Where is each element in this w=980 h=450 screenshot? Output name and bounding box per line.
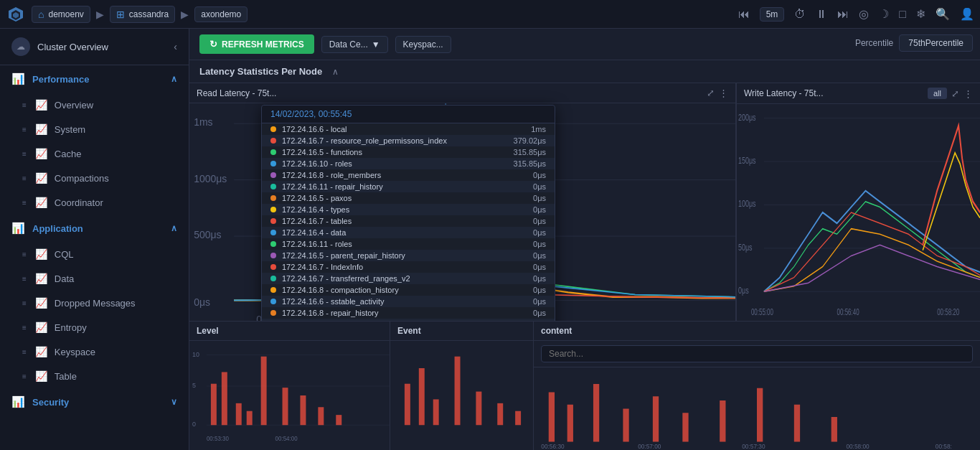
chart-icon: 📈 bbox=[35, 273, 47, 284]
tooltip-value: 0μs bbox=[503, 274, 546, 283]
tooltip-label: 172.24.16.8 - repair_history bbox=[282, 309, 497, 317]
svg-rect-47 bbox=[455, 357, 461, 426]
overview-label: Overview bbox=[55, 100, 93, 111]
sidebar-item-system[interactable]: ≡ 📈 System bbox=[0, 117, 189, 141]
chart-icon: 📈 bbox=[35, 148, 47, 159]
rewind-icon[interactable]: ⏮ bbox=[738, 8, 750, 21]
monitor-icon[interactable]: □ bbox=[899, 8, 906, 21]
chart-icon: 📈 bbox=[35, 99, 47, 111]
percentile-value[interactable]: 75thPercentile bbox=[899, 34, 973, 52]
refresh-label: REFRESH METRICS bbox=[222, 39, 304, 50]
application-section-header[interactable]: 📊 Application ∧ bbox=[0, 215, 189, 242]
read-chart-header: Read Latency - 75t... ⤢ ⋮ bbox=[189, 83, 735, 103]
lines-icon: ≡ bbox=[22, 199, 27, 207]
svg-rect-49 bbox=[497, 403, 503, 425]
svg-text:00:55:00: 00:55:00 bbox=[751, 308, 773, 317]
tooltip-row: 172.24.16.10 - roles315.85μs bbox=[262, 158, 555, 169]
svg-rect-46 bbox=[433, 399, 439, 425]
svg-rect-60 bbox=[831, 417, 837, 442]
tooltip-row: 172.24.16.5 - functions315.85μs bbox=[262, 146, 555, 158]
tooltip-value: 0μs bbox=[503, 228, 546, 237]
tooltip-dot bbox=[270, 138, 276, 144]
time-badge[interactable]: 5m bbox=[760, 7, 785, 22]
axondemo-tag[interactable]: axondemo bbox=[194, 6, 248, 22]
performance-section-header[interactable]: 📊 Performance ∧ bbox=[0, 65, 189, 93]
search-icon[interactable]: 🔍 bbox=[936, 7, 950, 21]
svg-rect-33 bbox=[211, 384, 217, 426]
tooltip-dot bbox=[270, 207, 276, 212]
all-button[interactable]: all bbox=[928, 88, 947, 99]
security-label: Security bbox=[32, 397, 69, 408]
tooltip-value: 0μs bbox=[503, 205, 546, 214]
security-section-header[interactable]: 📊 Security ∨ bbox=[0, 388, 189, 416]
data-center-selector[interactable]: Data Ce... ▼ bbox=[321, 36, 388, 53]
refresh-button[interactable]: ↻ REFRESH METRICS bbox=[199, 34, 314, 54]
content-area: ↻ REFRESH METRICS Data Ce... ▼ Keyspac..… bbox=[189, 29, 980, 450]
tooltip-row: 172.24.16.7 - resource_role_permissons_i… bbox=[262, 135, 555, 146]
cluster-icon: ☁ bbox=[11, 37, 30, 56]
menu-icon[interactable]: ⋮ bbox=[719, 88, 728, 98]
security-icon: 📊 bbox=[11, 395, 25, 408]
tooltip-row: 172.24.16.6 - local1ms bbox=[262, 123, 555, 135]
sidebar-item-overview[interactable]: ≡ 📈 Overview bbox=[0, 93, 189, 117]
keyspace-selector[interactable]: Keyspac... bbox=[395, 36, 451, 53]
data-label: Data bbox=[55, 273, 74, 284]
tooltip-value: 315.85μs bbox=[503, 148, 546, 156]
menu-icon2[interactable]: ⋮ bbox=[963, 88, 973, 99]
svg-text:1000μs: 1000μs bbox=[194, 173, 227, 184]
sidebar-item-keyspace[interactable]: ≡ 📈 Keyspace bbox=[0, 339, 189, 364]
chart-icon: 📈 bbox=[35, 123, 47, 135]
sidebar-item-table[interactable]: ≡ 📈 Table bbox=[0, 364, 189, 388]
content-header: content bbox=[534, 322, 980, 341]
location-icon[interactable]: ◎ bbox=[859, 7, 869, 21]
tooltip-label: 172.24.16.4 - types bbox=[282, 205, 497, 214]
moon-icon[interactable]: ☽ bbox=[879, 7, 889, 21]
tooltip-value: 0μs bbox=[503, 251, 546, 260]
sidebar-item-cql[interactable]: ≡ 📈 CQL bbox=[0, 242, 189, 266]
cassandra-tag[interactable]: ⊞ cassandra bbox=[110, 6, 175, 23]
expand-icon2[interactable]: ⤢ bbox=[951, 88, 959, 99]
tooltip-label: 172.24.16.11 - compaction_history bbox=[282, 320, 497, 321]
lines-icon: ≡ bbox=[22, 348, 27, 356]
latency-chevron[interactable]: ∧ bbox=[332, 67, 339, 77]
user-icon[interactable]: 👤 bbox=[960, 7, 974, 21]
tooltip-value: 0μs bbox=[503, 309, 546, 317]
tooltip-label: 172.24.16.8 - compaction_history bbox=[282, 286, 497, 294]
app-logo[interactable] bbox=[6, 4, 26, 24]
clock-icon[interactable]: ⏱ bbox=[794, 8, 806, 21]
tooltip-dot bbox=[270, 310, 276, 316]
cassandra-icon: ⊞ bbox=[116, 9, 125, 20]
sidebar-item-entropy[interactable]: ≡ 📈 Entropy bbox=[0, 315, 189, 339]
env-tag[interactable]: ⌂ demoenv bbox=[32, 6, 90, 23]
topbar: ⌂ demoenv ▶ ⊞ cassandra ▶ axondemo ⏮ 5m … bbox=[0, 0, 980, 29]
sidebar-item-coordinator[interactable]: ≡ 📈 Coordinator bbox=[0, 190, 189, 215]
application-label: Application bbox=[32, 223, 83, 234]
entropy-label: Entropy bbox=[55, 322, 87, 333]
forward-icon[interactable]: ⏭ bbox=[837, 8, 849, 21]
sidebar-collapse-icon[interactable]: ‹ bbox=[174, 41, 177, 52]
tooltip-row: 172.24.16.11 - compaction_history0μs bbox=[262, 319, 555, 321]
performance-chevron: ∧ bbox=[171, 74, 177, 84]
svg-rect-56 bbox=[682, 413, 688, 441]
search-input[interactable] bbox=[541, 345, 973, 362]
sidebar-item-data[interactable]: ≡ 📈 Data bbox=[0, 266, 189, 291]
charts-area: Read Latency - 75t... ⤢ ⋮ 1ms 1000μs 500… bbox=[189, 83, 980, 321]
tooltip-label: 172.24.16.4 - data bbox=[282, 228, 497, 237]
sidebar-item-dropped[interactable]: ≡ 📈 Dropped Messages bbox=[0, 291, 189, 315]
lines-icon: ≡ bbox=[22, 372, 27, 380]
pause-icon[interactable]: ⏸ bbox=[816, 8, 827, 21]
sidebar-item-compactions[interactable]: ≡ 📈 Compactions bbox=[0, 166, 189, 190]
sidebar-cluster[interactable]: ☁ Cluster Overview ‹ bbox=[0, 29, 189, 65]
expand-icon[interactable]: ⤢ bbox=[707, 88, 715, 98]
chart-icon: 📈 bbox=[35, 197, 47, 208]
svg-rect-37 bbox=[261, 357, 267, 426]
svg-rect-50 bbox=[515, 411, 521, 426]
svg-text:0: 0 bbox=[192, 421, 196, 428]
tooltip-dot bbox=[270, 299, 276, 304]
sidebar-item-cache[interactable]: ≡ 📈 Cache bbox=[0, 141, 189, 166]
svg-rect-58 bbox=[757, 388, 763, 442]
lines-icon: ≡ bbox=[22, 275, 27, 283]
tooltip-rows: 172.24.16.6 - local1ms172.24.16.7 - reso… bbox=[262, 123, 555, 321]
compactions-label: Compactions bbox=[55, 173, 109, 184]
snowflake-icon[interactable]: ❄ bbox=[916, 7, 925, 21]
